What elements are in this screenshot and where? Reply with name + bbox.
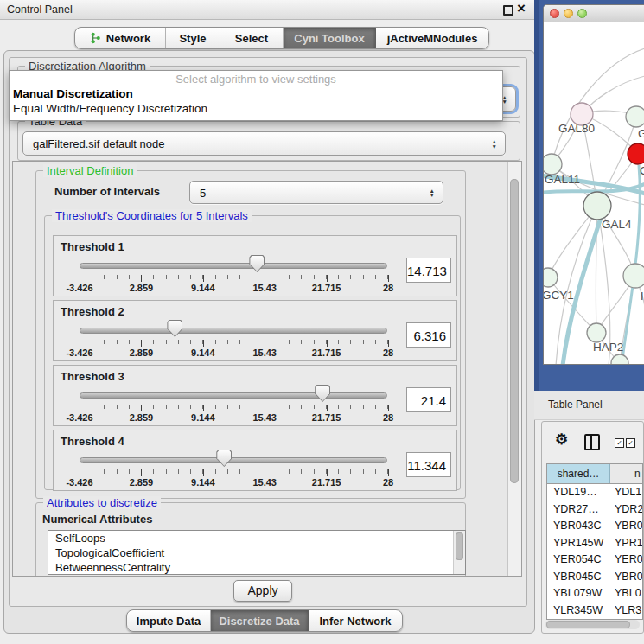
table-cell[interactable]: YPR145W — [547, 535, 609, 552]
table-row[interactable]: YBR045CYBR0 — [547, 569, 642, 586]
network-canvas[interactable]: GAL80 GA GAL11 C GAL4 GCY1 H HAP2 — [544, 22, 644, 365]
combo-stepper-icon[interactable]: ▲▼ — [430, 188, 435, 197]
table-row[interactable]: YLR345WYLR3 — [547, 603, 642, 620]
minimize-traffic-light-icon[interactable] — [564, 9, 573, 18]
threshold-value-field[interactable]: 14.713 — [406, 258, 451, 283]
network-node[interactable] — [587, 323, 606, 342]
threshold-value-field[interactable]: 11.344 — [406, 452, 451, 477]
tab-impute-data[interactable]: Impute Data — [127, 610, 211, 631]
tab-discretize-data[interactable]: Discretize Data — [211, 610, 309, 631]
popup-option-equal-width-frequency[interactable]: Equal Width/Frequency Discretization — [13, 102, 207, 115]
threshold-2-panel: Threshold 2 -3.4262.8599.14415.4321.7152… — [53, 300, 457, 361]
float-window-icon[interactable] — [503, 5, 513, 16]
table-horizontal-scrollbar-thumb[interactable] — [546, 621, 630, 628]
table-cell[interactable]: YDR2 — [609, 501, 642, 519]
slider-major-tick — [388, 405, 389, 411]
slider-tick-scale: -3.4262.8599.14415.4321.71528 — [80, 275, 388, 292]
table-row[interactable]: YBR043CYBR0 — [547, 518, 642, 535]
network-node[interactable] — [544, 154, 562, 175]
table-cell[interactable]: YBR043C — [547, 518, 609, 535]
slider-thumb[interactable] — [249, 255, 265, 272]
close-icon[interactable]: × — [517, 0, 526, 18]
network-view-window: GAL80 GA GAL11 C GAL4 GCY1 H HAP2 — [543, 4, 644, 365]
zoom-traffic-light-icon[interactable] — [577, 9, 587, 18]
table-panel-title: Table Panel — [548, 399, 603, 411]
network-node[interactable] — [626, 106, 644, 127]
network-node-selected[interactable] — [628, 143, 644, 164]
checkbox-icon[interactable]: ✓ — [615, 438, 624, 448]
table-row[interactable]: YBL079WYBL0 — [547, 585, 642, 603]
tab-infer-network[interactable]: Infer Network — [309, 610, 402, 631]
slider-track[interactable] — [80, 328, 387, 334]
slider-minor-ticks — [80, 469, 388, 474]
checkbox-icon[interactable]: ✓ — [626, 438, 635, 448]
slider-track[interactable] — [80, 392, 387, 399]
slider-thumb[interactable] — [167, 320, 182, 337]
table-horizontal-scrollbar[interactable] — [545, 620, 640, 629]
settings-scrollbar-thumb[interactable] — [510, 179, 519, 483]
column-header-name[interactable]: n — [610, 464, 642, 483]
table-cell[interactable]: YBR0 — [609, 518, 642, 535]
slider-tick-label: 2.859 — [130, 283, 154, 293]
tab-label: Select — [235, 32, 268, 45]
table-cell[interactable]: YLR345W — [547, 603, 609, 620]
slider-track[interactable] — [80, 263, 387, 269]
apply-button[interactable]: Apply — [233, 580, 292, 602]
table-row[interactable]: YDR27…YDR2 — [547, 501, 642, 519]
table-cell[interactable]: YBL079W — [547, 585, 609, 603]
threshold-4-panel: Threshold 4 -3.4262.8599.14415.4321.7152… — [53, 430, 457, 491]
network-tree-icon — [90, 32, 101, 44]
tab-label: Impute Data — [137, 615, 201, 628]
table-row[interactable]: YER054CYER0 — [547, 552, 642, 569]
combo-value: 5 — [200, 186, 206, 199]
slider-track[interactable] — [80, 457, 387, 463]
tab-style[interactable]: Style — [166, 28, 220, 48]
column-header-shared-name[interactable]: shared… — [547, 464, 610, 483]
popup-option-manual-discretization[interactable]: Manual Discretization — [13, 87, 133, 100]
list-scrollbar[interactable] — [453, 531, 465, 574]
slider-tick-label: 2.859 — [130, 348, 154, 358]
list-scrollbar-thumb[interactable] — [456, 532, 463, 560]
combo-stepper-icon[interactable]: ▲▼ — [492, 139, 497, 149]
slider-tick-scale: -3.4262.8599.14415.4321.71528 — [80, 340, 388, 357]
table-cell[interactable]: YDL19… — [547, 484, 609, 501]
network-window-titlebar[interactable] — [544, 5, 644, 23]
table-cell[interactable]: YBR0 — [609, 569, 642, 586]
slider-tick-label: 15.43 — [252, 412, 277, 423]
table-cell[interactable]: YBR045C — [547, 569, 609, 586]
close-traffic-light-icon[interactable] — [550, 9, 559, 18]
tab-network[interactable]: Network — [75, 28, 166, 48]
network-node[interactable] — [544, 268, 558, 287]
tab-select[interactable]: Select — [220, 28, 284, 48]
table-row[interactable]: YDL19…YDL1 — [547, 484, 642, 501]
table-cell[interactable]: YER0 — [609, 552, 642, 569]
slider-thumb[interactable] — [315, 385, 330, 402]
slider-major-tick — [327, 469, 328, 476]
table-cell[interactable]: YDR27… — [547, 501, 609, 519]
gear-icon[interactable]: ⚙ — [555, 430, 568, 449]
network-node[interactable] — [583, 192, 611, 220]
settings-scrollbar[interactable] — [507, 162, 521, 576]
list-item[interactable]: TopologicalCoefficient — [48, 545, 465, 560]
table-cell[interactable]: YBL0 — [609, 585, 642, 603]
table-cell[interactable]: YPR1 — [609, 535, 642, 552]
slider-thumb[interactable] — [216, 450, 232, 467]
number-of-intervals-combobox[interactable]: 5 ▲▼ — [189, 181, 443, 204]
network-node[interactable] — [623, 264, 644, 288]
list-item[interactable]: SelfLoops — [48, 531, 465, 545]
threshold-value-field[interactable]: 21.4 — [406, 387, 451, 412]
slider-tick-label: 15.43 — [252, 477, 277, 488]
tab-jactivemnodules[interactable]: jActiveMNodules — [376, 28, 488, 48]
table-row[interactable]: YPR145WYPR1 — [547, 535, 642, 552]
settings-scroll-area: Interval Definition Number of Intervals … — [12, 161, 522, 577]
table-cell[interactable]: YDL1 — [609, 484, 642, 501]
list-item[interactable]: BetweennessCentrality — [48, 560, 465, 575]
column-layout-icon[interactable] — [584, 434, 600, 450]
tab-cyni-toolbox[interactable]: Cyni Toolbox — [284, 28, 376, 48]
table-cell[interactable]: YER054C — [547, 552, 609, 569]
table-data-combobox[interactable]: galFiltered.sif default node ▲▼ — [22, 131, 506, 156]
node-table-rows: YDL19…YDL1YDR27…YDR2YBR043CYBR0YPR145WYP… — [547, 484, 642, 620]
table-cell[interactable]: YLR3 — [609, 603, 642, 620]
slider-major-tick — [80, 275, 80, 282]
threshold-value-field[interactable]: 6.316 — [406, 322, 451, 348]
